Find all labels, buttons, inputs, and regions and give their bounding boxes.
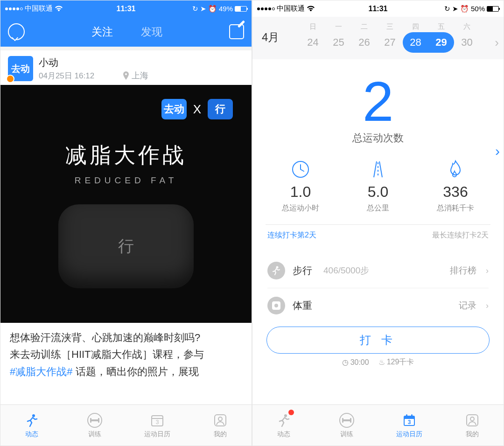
svg-rect-22 xyxy=(406,414,407,417)
day-24[interactable]: 24 xyxy=(300,32,326,53)
svg-rect-16 xyxy=(343,419,350,421)
streak-max: 最长连续打卡2天 xyxy=(432,230,489,240)
svg-rect-4 xyxy=(98,418,99,423)
location-arrow-icon: ➤ xyxy=(452,5,458,13)
svg-point-0 xyxy=(32,414,35,417)
tab-feed[interactable]: 动态 xyxy=(0,405,63,446)
day-30[interactable]: 30 xyxy=(454,32,480,53)
stat-calories[interactable]: 336 总消耗千卡 xyxy=(417,158,494,213)
profile-icon xyxy=(464,412,480,428)
notification-dot-icon xyxy=(288,410,294,415)
walk-icon xyxy=(267,262,285,279)
chevron-right-icon: › xyxy=(486,301,489,311)
svg-text:3: 3 xyxy=(408,419,411,425)
battery-icon xyxy=(235,6,247,12)
verified-badge-icon xyxy=(6,75,14,83)
checkin-subinfo: ◷30:00 ♨129千卡 xyxy=(252,357,504,367)
summary-section[interactable]: 2 总运动次数 › 1.0 总运动小时 5.0 总公里 xyxy=(252,59,504,225)
tab-discover[interactable]: 发现 xyxy=(141,25,162,39)
post-avatar[interactable]: 去动 xyxy=(8,56,33,81)
post-author: 小动 xyxy=(39,56,148,69)
calendar-icon: 3 xyxy=(149,412,165,428)
phone-left-feed: 中国联通 11:31 ↻ ➤ ⏰ 49% 关注 发现 xyxy=(0,0,252,446)
road-icon xyxy=(368,158,388,181)
walk-rank-link[interactable]: 排行榜 xyxy=(450,265,476,277)
tab-mine[interactable]: 我的 xyxy=(189,405,252,446)
hero-title: 减脂大作战 xyxy=(65,141,187,170)
dow-thu: 四 xyxy=(403,22,428,31)
calendar-icon: 3 xyxy=(401,412,417,428)
checkin-button[interactable]: 打 卡 xyxy=(266,327,490,354)
selected-day-range: 28 29 xyxy=(403,32,454,53)
tab-train[interactable]: 训练 xyxy=(315,405,378,446)
compose-icon[interactable] xyxy=(229,24,244,39)
svg-point-11 xyxy=(276,266,279,269)
svg-point-25 xyxy=(470,417,474,421)
feed-list[interactable]: 去动 小动 04月25日 16:12 上海 xyxy=(0,47,252,404)
tab-calendar[interactable]: 3 运动日历 xyxy=(378,405,441,446)
total-count: 2 xyxy=(252,73,504,129)
stat-distance[interactable]: 5.0 总公里 xyxy=(339,158,417,213)
chat-bubble-icon[interactable] xyxy=(8,23,25,40)
month-label: 4月 xyxy=(262,30,279,45)
svg-point-13 xyxy=(274,304,278,307)
dow-sun: 日 xyxy=(300,22,326,31)
battery-pct: 49% xyxy=(219,5,233,13)
tab-feed[interactable]: 动态 xyxy=(252,405,315,446)
walk-progress: 406/5000步 xyxy=(323,265,369,277)
dow-sat: 六 xyxy=(454,22,480,31)
carrier-label: 中国联通 xyxy=(25,4,53,13)
lock-icon: ↻ xyxy=(192,5,198,13)
tab-follow[interactable]: 关注 xyxy=(91,25,113,39)
battery-icon xyxy=(487,6,499,12)
day-26[interactable]: 26 xyxy=(351,32,377,53)
svg-rect-23 xyxy=(411,414,413,417)
battery-pct: 50% xyxy=(471,5,485,13)
runner-icon xyxy=(24,412,40,428)
stat-hours[interactable]: 1.0 总运动小时 xyxy=(262,158,339,213)
chevron-right-icon[interactable]: › xyxy=(495,143,500,159)
streak-row: 连续打卡第2天 最长连续打卡2天 xyxy=(252,225,504,246)
status-time: 11:31 xyxy=(117,5,136,13)
post-time: 04月25日 16:12 xyxy=(39,70,94,81)
brand-row: 去动 X 行 xyxy=(161,99,233,119)
row-walk[interactable]: 步行 406/5000步 排行榜 › xyxy=(252,253,504,288)
post-image[interactable]: 去动 X 行 减脂大作战 REDUCED FAT 行 xyxy=(0,85,252,323)
scale-icon xyxy=(267,297,285,314)
total-count-label: 总运动次数 xyxy=(252,131,504,145)
phone-right-calendar: 中国联通 11:31 ↻ ➤ ⏰ 50% 4月 日 一 二 三 四 xyxy=(252,0,504,446)
svg-rect-3 xyxy=(90,418,91,423)
dow-tue: 二 xyxy=(351,22,377,31)
day-27[interactable]: 27 xyxy=(377,32,403,53)
chevron-right-icon[interactable]: › xyxy=(495,35,499,50)
status-bar: 中国联通 11:31 ↻ ➤ ⏰ 49% xyxy=(0,0,252,17)
status-time: 11:31 xyxy=(369,5,388,13)
week-calendar[interactable]: 4月 日 一 二 三 四 五 六 24 25 26 27 28 29 30 xyxy=(252,17,504,59)
hero-device: 行 xyxy=(58,204,194,288)
chevron-right-icon: › xyxy=(486,266,489,276)
day-29[interactable]: 29 xyxy=(428,32,454,53)
tab-train[interactable]: 训练 xyxy=(63,405,126,446)
streak-current: 连续打卡第2天 xyxy=(267,230,316,240)
post-topic-link[interactable]: #减脂大作战# xyxy=(10,366,76,377)
brand-logo-a: 去动 xyxy=(161,99,187,119)
bottom-tab-bar: 动态 训练 3 运动日历 我的 xyxy=(0,404,252,446)
tab-calendar[interactable]: 3 运动日历 xyxy=(126,405,189,446)
day-25[interactable]: 25 xyxy=(326,32,351,53)
location-arrow-icon: ➤ xyxy=(200,5,206,13)
day-28[interactable]: 28 xyxy=(403,32,428,53)
svg-rect-17 xyxy=(342,418,343,423)
weight-record-link[interactable]: 记录 xyxy=(459,300,476,312)
row-weight[interactable]: 体重 记录 › xyxy=(252,288,504,323)
tab-mine[interactable]: 我的 xyxy=(441,405,504,446)
svg-text:3: 3 xyxy=(156,419,159,425)
dumbbell-icon xyxy=(87,412,103,428)
post-header[interactable]: 去动 小动 04月25日 16:12 上海 xyxy=(0,50,252,85)
brand-logo-b: 行 xyxy=(208,99,233,119)
flame-small-icon: ♨ xyxy=(378,358,385,367)
svg-rect-2 xyxy=(91,419,98,421)
svg-point-9 xyxy=(218,417,222,421)
flame-icon xyxy=(447,158,464,181)
clock-icon xyxy=(291,158,310,181)
profile-icon xyxy=(212,412,228,428)
